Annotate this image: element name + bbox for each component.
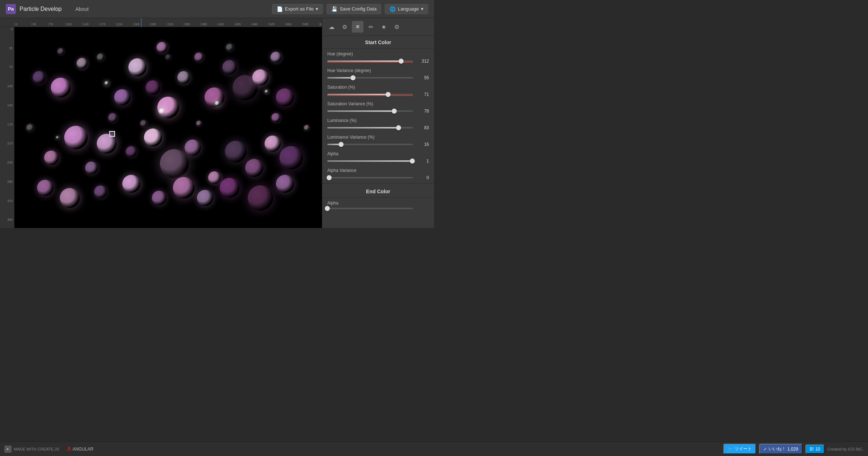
- slider-thumb-3[interactable]: [392, 109, 397, 114]
- ruler-left-mark: 105: [7, 84, 13, 88]
- slider-row-6: Alpha 1: [322, 148, 434, 165]
- particle: [276, 175, 294, 193]
- particle: [276, 88, 294, 106]
- panel-cloud-icon[interactable]: ☁: [326, 21, 337, 33]
- slider-track-3[interactable]: [327, 110, 413, 112]
- particle: [173, 177, 195, 199]
- export-dropdown-icon: ▾: [316, 6, 318, 12]
- slider-value-2: 71: [416, 92, 429, 97]
- slider-value-6: 1: [416, 159, 429, 164]
- slider-value-3: 78: [416, 109, 429, 114]
- particle: [166, 55, 171, 60]
- particle: [160, 149, 189, 178]
- particle-white: [215, 101, 220, 106]
- slider-thumb-4[interactable]: [396, 125, 401, 130]
- particle: [97, 54, 104, 61]
- particle: [44, 151, 59, 165]
- particle-white: [105, 81, 109, 85]
- panel-gear-icon[interactable]: ⚙: [339, 21, 350, 33]
- ruler-vertical-line: [141, 18, 141, 27]
- particle: [220, 178, 240, 198]
- particle: [58, 48, 64, 55]
- slider-thumb-1[interactable]: [350, 75, 356, 80]
- slider-thumb-2[interactable]: [386, 92, 391, 97]
- particle-white: [159, 108, 165, 115]
- particle: [208, 172, 221, 184]
- ruler-top-mark: 490: [251, 18, 258, 27]
- particle: [157, 97, 179, 118]
- particle: [60, 188, 80, 208]
- particle: [126, 146, 137, 157]
- ruler-top-mark: 245: [133, 18, 139, 27]
- ruler-left-mark: 175: [7, 123, 13, 126]
- particle: [94, 186, 107, 198]
- app-header: Pa Particle Develop About 📄 Export as Fi…: [0, 0, 434, 18]
- particle: [185, 140, 201, 156]
- ruler-top-mark: 595: [302, 18, 309, 27]
- export-button[interactable]: 📄 Export as File ▾: [272, 4, 323, 14]
- panel-brush-icon[interactable]: ✏: [365, 21, 376, 33]
- end-alpha-track[interactable]: [327, 208, 413, 209]
- slider-fill-6: [327, 160, 412, 162]
- save-button[interactable]: 💾 Save Config Data: [327, 4, 381, 14]
- ruler-left-mark: 315: [7, 199, 13, 203]
- slider-row-4: Luminance (%) 83: [322, 115, 434, 132]
- particle: [128, 58, 146, 76]
- end-alpha-label: Alpha: [327, 200, 429, 206]
- slider-value-4: 83: [416, 125, 429, 130]
- slider-label-5: Luminance Variance (%): [327, 135, 429, 140]
- particle-white: [56, 136, 59, 139]
- panel-star-icon[interactable]: ★: [378, 21, 390, 33]
- panel-config-icon[interactable]: ⚙: [391, 21, 403, 33]
- end-color-title: End Color: [322, 185, 434, 198]
- particle: [271, 52, 281, 63]
- ruler-top-mark: 350: [184, 18, 190, 27]
- particle: [114, 89, 130, 106]
- particle: [64, 126, 88, 149]
- particle: [197, 190, 213, 206]
- slider-track-4[interactable]: [327, 127, 413, 128]
- slider-track-5[interactable]: [327, 144, 413, 145]
- particle: [222, 60, 237, 75]
- ruler-top-mark: 0: [14, 18, 17, 27]
- slider-value-0: 312: [416, 59, 429, 64]
- slider-control-5: 16: [327, 142, 429, 147]
- particle: [144, 128, 162, 147]
- ruler-top-mark: 455: [234, 18, 241, 27]
- slider-label-6: Alpha: [327, 151, 429, 156]
- particle: [226, 44, 233, 51]
- slider-thumb-7[interactable]: [327, 175, 332, 180]
- ruler-top-mark: 420: [217, 18, 224, 27]
- particle: [26, 124, 34, 131]
- particle: [157, 42, 167, 53]
- particle: [248, 185, 273, 211]
- slider-track-7[interactable]: [327, 177, 413, 178]
- about-link[interactable]: About: [73, 5, 92, 13]
- particle: [225, 141, 247, 162]
- slider-control-0: 312: [327, 59, 429, 64]
- ruler-top: 0357010514017521024528031535038542045549…: [14, 18, 322, 27]
- slider-track-2[interactable]: [327, 94, 413, 95]
- slider-thumb-6[interactable]: [410, 159, 415, 164]
- particle: [109, 113, 118, 122]
- slider-label-7: Alpha Variance: [327, 168, 429, 173]
- ruler-top-mark: 140: [82, 18, 89, 27]
- slider-track-1[interactable]: [327, 77, 413, 79]
- panel-sliders-icon[interactable]: ≡: [352, 21, 363, 33]
- slider-track-0[interactable]: [327, 60, 413, 62]
- particle: [252, 69, 269, 85]
- slider-track-6[interactable]: [327, 160, 413, 162]
- slider-thumb-0[interactable]: [399, 59, 404, 64]
- app-logo: Pa: [6, 4, 16, 14]
- end-color-alpha-row: Alpha: [322, 198, 434, 211]
- slider-thumb-5[interactable]: [339, 142, 344, 147]
- particle: [152, 191, 166, 205]
- ruler-top-mark: 105: [65, 18, 72, 27]
- particle-canvas[interactable]: [14, 27, 322, 228]
- end-alpha-thumb[interactable]: [325, 206, 330, 211]
- ruler-top-mark: 35: [31, 18, 36, 27]
- slider-value-1: 55: [416, 75, 429, 80]
- ruler-left-mark: 0: [11, 27, 13, 31]
- slider-fill-3: [327, 110, 394, 112]
- language-button[interactable]: 🌐 Language ▾: [385, 4, 428, 14]
